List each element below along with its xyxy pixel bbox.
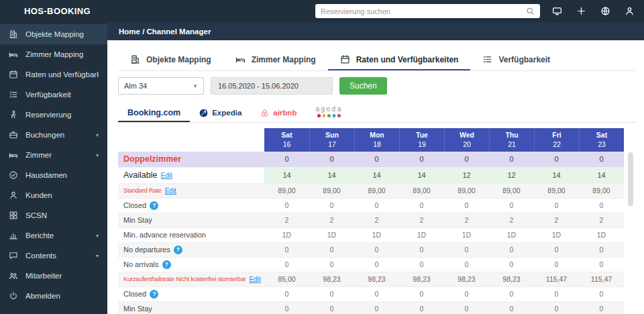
channel-tab-booking-com[interactable]: Booking.com — [118, 104, 190, 122]
sidebar-item-verf-gbarkeit[interactable]: Verfügbarkeit — [0, 85, 107, 105]
edit-link[interactable]: Edit — [165, 187, 176, 195]
chevron-down-icon: ▼ — [193, 83, 198, 89]
value-cell: 1D — [534, 228, 579, 243]
value-cell: 0 — [309, 258, 354, 272]
value-cell: 0 — [354, 258, 399, 272]
search-icon[interactable] — [526, 7, 535, 15]
sidebar-item-hausdamen[interactable]: Hausdamen — [0, 165, 107, 185]
channel-tab-agoda[interactable]: agoda — [306, 101, 352, 122]
table-row-standard-rate: Standard RateEdit89,0089,0089,0089,0089,… — [118, 184, 636, 199]
sidebar-item-objekte-mapping[interactable]: Objekte Mapping — [0, 24, 107, 44]
edit-link[interactable]: Edit — [161, 172, 172, 179]
value-cell: 115,47 — [534, 272, 579, 287]
tab-raten-und-verf-gbarkeiten[interactable]: Raten und Verfügbarkeiten — [328, 50, 471, 70]
tab-zimmer-mapping[interactable]: Zimmer Mapping — [223, 50, 328, 70]
chevron-down-icon: ▾ — [96, 152, 99, 158]
value-cell: 0 — [354, 152, 399, 168]
channel-tab-airbnb[interactable]: airbnb — [251, 105, 306, 122]
value-cell: 2 — [444, 213, 489, 228]
row-label-cell: No arrivals? — [118, 258, 264, 272]
list-icon — [482, 54, 492, 64]
sidebar-item-label: Buchungen — [25, 131, 64, 139]
value-cell: 0 — [309, 287, 354, 302]
sidebar-item-scsn[interactable]: SCSN — [0, 205, 107, 225]
tab-label: Objekte Mapping — [146, 55, 211, 64]
table-row-kurzaufenthaltsrate-nicht-kostenfrei-stornierbar: Kurzaufenthaltsrate Nicht kostenfrei sto… — [118, 272, 636, 287]
bed-icon — [9, 50, 18, 59]
value-cell: 0 — [399, 287, 444, 302]
user-icon[interactable] — [625, 6, 635, 16]
sidebar-item-abmelden[interactable]: Abmelden — [0, 286, 107, 306]
sidebar-item-kunden[interactable]: Kunden — [0, 185, 107, 205]
column-date: 16 — [264, 140, 309, 148]
help-icon[interactable]: ? — [174, 246, 182, 254]
value-cell: 0 — [489, 152, 534, 168]
briefcase-icon — [9, 130, 18, 140]
row-label: Closed — [123, 290, 146, 298]
value-cell: 89,00 — [354, 184, 399, 199]
row-label: Closed — [123, 201, 146, 209]
chevron-down-icon: ▾ — [96, 233, 99, 239]
table-scrollbar[interactable] — [625, 128, 636, 314]
tab-objekte-mapping[interactable]: Objekte Mapping — [118, 50, 223, 70]
sidebar-item-reservierung[interactable]: Reservierung — [0, 105, 107, 125]
date-range-input[interactable] — [211, 77, 333, 95]
sidebar-item-label: Verfügbarkeit — [25, 91, 71, 99]
value-cell: 1D — [354, 228, 399, 243]
value-cell: 0 — [534, 152, 579, 168]
table-scrollbar-thumb[interactable] — [628, 152, 633, 206]
value-cell: 14 — [399, 168, 444, 184]
property-select[interactable]: Alm 34 ▼ — [118, 77, 204, 95]
globe-icon[interactable] — [600, 6, 610, 16]
row-label-cell: Standard RateEdit — [118, 184, 264, 199]
value-cell: 12 — [489, 168, 534, 184]
agoda-logo: agoda — [315, 105, 342, 117]
row-label-cell: Min Stay — [118, 302, 264, 314]
table-row-available: AvailableEdit1414141412121414 — [118, 168, 636, 184]
value-cell: 2 — [489, 213, 534, 228]
column-header-tue-19: Tue19 — [399, 128, 444, 152]
sidebar-item-berichte[interactable]: Berichte▾ — [0, 225, 107, 246]
sidebar-item-contents[interactable]: Contents▾ — [0, 246, 107, 266]
power-icon — [9, 291, 18, 301]
value-cell: 0 — [264, 243, 309, 258]
help-icon[interactable]: ? — [150, 290, 158, 299]
tab-label: Verfügbarkeit — [498, 55, 550, 64]
value-cell: 89,00 — [309, 184, 354, 199]
sidebar-item-label: Contents — [25, 252, 56, 260]
booking-logo: Booking.com — [127, 108, 180, 117]
plus-icon[interactable] — [576, 6, 586, 16]
bed-icon — [235, 54, 246, 64]
value-cell: 0 — [444, 243, 489, 258]
sidebar-item-buchungen[interactable]: Buchungen▾ — [0, 125, 107, 145]
value-cell: 0 — [354, 199, 399, 213]
value-cell: 0 — [579, 258, 624, 272]
value-cell: 89,00 — [579, 184, 624, 199]
walking-person-icon — [9, 110, 18, 119]
sidebar-item-zimmer[interactable]: Zimmer▾ — [0, 145, 107, 165]
topbar: HOS-BOOKING — [0, 0, 644, 22]
sidebar-item-zimmer-mapping[interactable]: Zimmer Mapping — [0, 44, 107, 64]
column-date: 22 — [535, 140, 579, 148]
chevron-down-icon: ▾ — [96, 253, 99, 259]
tab-verf-gbarkeit[interactable]: Verfügbarkeit — [470, 50, 562, 70]
sidebar-item-raten-und-verf-gbarkeiten[interactable]: Raten und Verfügbarkeiten — [0, 64, 107, 85]
sidebar-item-mitarbeiter[interactable]: Mitarbeiter — [0, 266, 107, 286]
value-cell: 1D — [579, 228, 624, 243]
value-cell: 0 — [534, 199, 579, 213]
edit-link[interactable]: Edit — [249, 276, 260, 283]
column-date: 17 — [310, 140, 354, 148]
table-head: Sat16Sun17Mon18Tue19Wed20Thu21Fri22Sat23 — [118, 128, 636, 152]
sidebar-item-label: Zimmer — [25, 151, 52, 159]
search-input[interactable] — [321, 7, 522, 15]
screen-share-icon[interactable] — [552, 6, 562, 16]
suchen-button[interactable]: Suchen — [339, 77, 387, 95]
help-icon[interactable]: ? — [162, 260, 171, 269]
chevron-down-icon: ▾ — [96, 132, 99, 138]
help-icon[interactable]: ? — [150, 201, 158, 210]
row-label: Available — [123, 170, 158, 180]
breadcrumb[interactable]: Home / Channel Manager — [107, 22, 644, 40]
value-cell: 2 — [399, 213, 444, 228]
channel-tab-expedia[interactable]: Expedia — [190, 105, 251, 122]
value-cell: 0 — [534, 287, 579, 302]
